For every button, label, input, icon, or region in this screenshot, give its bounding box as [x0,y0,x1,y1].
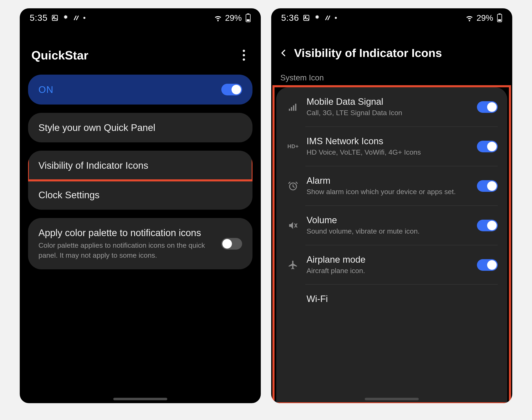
svg-rect-5 [304,15,309,21]
toggle-alarm[interactable] [477,180,498,192]
list-item-ims[interactable]: HD+ IMS Network Icons HD Voice, VoLTE, V… [276,127,507,166]
status-bar-right: 29% [214,13,251,23]
indicator-clock-card: Visibility of Indicator Icons Clock Sett… [28,151,252,210]
palette-title: Apply color palette to notification icon… [38,227,221,238]
clock-settings-row[interactable]: Clock Settings [28,180,252,210]
wifi-icon [214,14,222,22]
svg-rect-3 [247,14,249,15]
item-subtitle: Sound volume, vibrate or mute icon. [307,226,471,236]
hand-icon [62,14,69,21]
main-content: ON Style your own Quick Panel Visibility… [20,75,261,269]
stripes-icon [73,15,80,21]
item-subtitle: Show alarm icon which your device or app… [307,187,471,196]
item-subtitle: Aircraft plane icon. [307,266,471,276]
toggle-ims[interactable] [477,141,498,152]
status-dot-icon [83,17,85,19]
item-title: Airplane mode [307,254,471,265]
style-panel-label: Style your own Quick Panel [38,122,155,133]
hd-plus-icon: HD+ [286,143,300,150]
palette-subtitle: Color palette applies to notification ic… [38,240,221,260]
status-bar-right: 29% [465,13,502,23]
more-menu-button[interactable] [244,50,249,61]
master-switch-toggle[interactable] [221,84,242,95]
phone-screen-1: 5:35 29% QuickStar [20,8,261,403]
svg-rect-0 [52,15,58,21]
status-bar: 5:36 29% [271,8,512,28]
svg-point-6 [305,16,306,18]
item-title: IMS Network Icons [307,136,471,146]
alarm-clock-icon [286,181,300,191]
picture-icon [51,14,59,21]
hand-icon [314,14,321,21]
status-bar: 5:35 29% [20,8,261,28]
app-header: Visibility of Indicator Icons [271,28,512,68]
item-title: Alarm [307,175,471,186]
stripes-icon [325,15,331,21]
wifi-icon [465,14,473,22]
visibility-row[interactable]: Visibility of Indicator Icons [28,151,252,180]
volume-mute-icon [286,220,300,231]
svg-rect-4 [247,19,250,21]
toggle-mobile-data[interactable] [477,101,498,113]
svg-rect-12 [293,105,294,111]
section-label-system-icon: System Icon [271,68,512,87]
svg-point-1 [53,16,55,18]
nav-bar-pill[interactable] [113,398,167,400]
nav-bar-pill[interactable] [365,398,419,400]
list-item-wifi[interactable]: Wi-Fi [276,285,507,306]
palette-card[interactable]: Apply color palette to notification icon… [28,218,252,269]
system-icon-list: Mobile Data Signal Call, 3G, LTE Signal … [276,87,507,403]
svg-rect-13 [295,104,296,111]
toggle-airplane[interactable] [477,259,498,271]
status-time: 5:35 [30,13,48,23]
svg-rect-10 [289,109,290,111]
svg-rect-8 [499,14,501,15]
item-title: Mobile Data Signal [307,96,471,107]
svg-rect-11 [291,107,292,111]
item-title: Wi-Fi [307,294,498,304]
visibility-label: Visibility of Indicator Icons [38,160,148,171]
svg-rect-9 [498,19,501,21]
palette-toggle[interactable] [221,238,242,250]
item-subtitle: Call, 3G, LTE Signal Data Icon [307,108,471,118]
list-item-volume[interactable]: Volume Sound volume, vibrate or mute ico… [276,206,507,245]
item-subtitle: HD Voice, VoLTE, VoWifi, 4G+ Icons [307,148,471,157]
page-title: Visibility of Indicator Icons [294,46,442,60]
battery-icon [497,14,502,22]
clock-settings-label: Clock Settings [38,189,100,201]
item-title: Volume [307,215,471,225]
back-button[interactable] [280,48,288,58]
status-bar-left: 5:36 [281,13,337,23]
list-item-airplane[interactable]: Airplane mode Aircraft plane icon. [276,245,507,285]
picture-icon [303,14,310,21]
list-item-mobile-data[interactable]: Mobile Data Signal Call, 3G, LTE Signal … [276,87,507,127]
page-title: QuickStar [31,48,88,62]
status-time: 5:36 [281,13,299,23]
signal-bars-icon [286,102,300,112]
battery-percent: 29% [225,13,242,23]
list-item-alarm[interactable]: Alarm Show alarm icon which your device … [276,166,507,206]
battery-icon [245,14,251,22]
status-dot-icon [335,17,337,19]
status-bar-left: 5:35 [30,13,85,23]
toggle-volume[interactable] [477,220,498,231]
airplane-icon [286,260,300,270]
battery-percent: 29% [476,13,493,23]
app-header: QuickStar [20,28,261,75]
master-switch-label: ON [38,84,54,95]
style-panel-card[interactable]: Style your own Quick Panel [28,113,252,142]
phone-screen-2: 5:36 29% Visibility of Ind [271,8,512,403]
master-switch-card[interactable]: ON [28,75,252,105]
